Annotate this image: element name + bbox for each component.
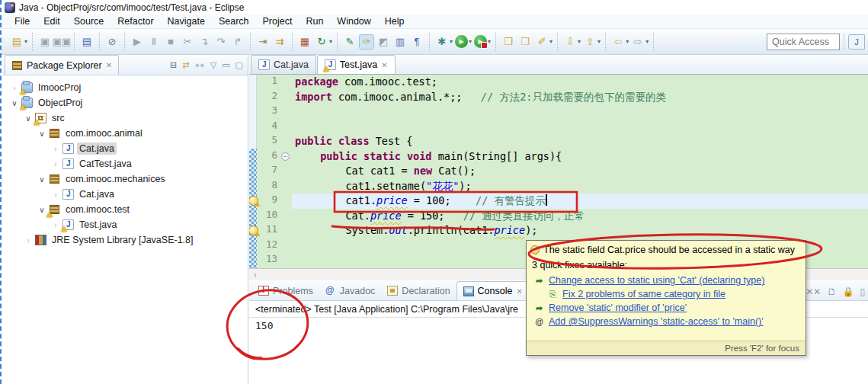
menu-help[interactable]: Help xyxy=(378,14,412,28)
collapse-all-icon[interactable]: ⊟ xyxy=(170,60,177,70)
code-line-6[interactable]: public static void main(String[] args){ xyxy=(292,149,868,165)
expand-icon[interactable]: › xyxy=(52,190,59,199)
debug-icon[interactable]: ✱ xyxy=(434,34,450,50)
code-line-3[interactable] xyxy=(292,104,868,120)
code-line-8[interactable]: cat1.setname("花花"); xyxy=(292,179,868,194)
team-icon[interactable]: ◩ xyxy=(376,34,391,50)
collapse-icon[interactable]: ∨ xyxy=(38,130,46,138)
terminate-icon[interactable]: ■ xyxy=(163,34,178,50)
code-line-4[interactable] xyxy=(292,120,868,135)
show-whitespace-icon[interactable]: ¶ xyxy=(409,34,424,50)
tree-item-cat.java[interactable]: ›Cat.java xyxy=(3,141,248,156)
tab-console[interactable]: Console✕ xyxy=(456,281,530,300)
menu-run[interactable]: Run xyxy=(299,14,330,28)
close-icon[interactable]: ✕ xyxy=(381,61,387,69)
menu-project[interactable]: Project xyxy=(256,14,299,28)
resume-icon[interactable]: ▶ xyxy=(130,34,145,50)
expand-icon[interactable]: › xyxy=(11,84,18,92)
tree-item-com.imooc.mechanices[interactable]: ∨com.imooc.mechanices xyxy=(3,171,248,187)
clear-console-icon[interactable]: 🗋 xyxy=(827,286,836,297)
quick-fix-link[interactable]: Fix 2 problems of same category in file xyxy=(562,289,725,299)
tree-item-com.imooc.test[interactable]: ∨com.imooc.test xyxy=(3,202,248,217)
step-over-icon[interactable]: ↷ xyxy=(213,34,229,50)
tree-item-imoocproj[interactable]: ›ImoocProj xyxy=(3,80,248,95)
view-menu-icon[interactable]: ▽ xyxy=(210,60,216,70)
code-line-11[interactable]: System.out.println(cat1.price); xyxy=(292,223,868,238)
run-icon[interactable]: ▶ xyxy=(455,35,468,48)
forward-icon[interactable]: ⇨ xyxy=(630,34,645,50)
expand-icon[interactable]: › xyxy=(52,145,59,153)
tree-item-cattest.java[interactable]: ›CatTest.java xyxy=(3,156,248,171)
save-all-icon[interactable]: ▣▣ xyxy=(54,34,69,50)
collapse-icon[interactable]: ∨ xyxy=(24,114,32,123)
expand-icon[interactable]: › xyxy=(52,160,59,168)
menu-edit[interactable]: Edit xyxy=(37,14,67,28)
quick-access-input[interactable] xyxy=(767,34,840,50)
new-java-element-icon[interactable]: ▦ xyxy=(297,34,312,50)
close-icon[interactable]: ✕ xyxy=(106,61,112,69)
refresh-icon[interactable]: ↻ xyxy=(314,34,329,50)
code-line-7[interactable]: Cat cat1 = new Cat(); xyxy=(292,164,868,179)
tree-item-cat.java[interactable]: ›Cat.java xyxy=(3,187,248,202)
search-icon-dropdown[interactable]: ▾ xyxy=(549,38,553,45)
editor-tab-cat-java[interactable]: Cat.java xyxy=(251,55,316,74)
import-icon-dropdown[interactable]: ▾ xyxy=(578,38,581,45)
new-wizard-icon[interactable]: ▤ xyxy=(9,34,24,50)
format-brush-icon[interactable]: ✑ xyxy=(359,34,374,50)
back-icon[interactable]: ⇦ xyxy=(610,34,626,50)
collapse-icon[interactable]: ∨ xyxy=(38,175,46,184)
new-wizard-icon-dropdown[interactable]: ▾ xyxy=(24,38,27,45)
tree-item-com.imooc.animal[interactable]: ∨com.imooc.animal xyxy=(3,126,248,141)
tab-javadoc[interactable]: Javadoc xyxy=(319,281,382,300)
skip-breakpoints-icon[interactable]: ⊘ xyxy=(104,34,120,50)
forward-icon-dropdown[interactable]: ▾ xyxy=(645,38,649,45)
code-line-1[interactable]: package com.imooc.test; xyxy=(292,75,868,90)
tab-problems[interactable]: Problems xyxy=(252,281,319,300)
remove-all-terminated-icon[interactable]: ✕✕ xyxy=(806,286,821,297)
expand-icon[interactable]: › xyxy=(24,236,32,245)
fold-collapse-icon[interactable]: − xyxy=(281,152,290,161)
code-lines[interactable]: package com.imooc.test;import com.imooc.… xyxy=(292,75,868,268)
editor-tab-test-java[interactable]: Test.java✕ xyxy=(317,55,396,74)
coverage-icon-dropdown[interactable]: ▾ xyxy=(488,38,491,45)
open-resource-icon[interactable]: ❒ xyxy=(517,34,533,50)
scroll-left-icon[interactable]: ‹ xyxy=(249,270,261,279)
code-editor[interactable]: 12345678910111213 package com.imooc.test… xyxy=(249,75,868,268)
suspend-icon[interactable]: Ⅱ xyxy=(146,34,162,50)
code-line-5[interactable]: public class Test { xyxy=(292,134,868,149)
export-icon-dropdown[interactable]: ▾ xyxy=(597,38,601,45)
expand-icon[interactable]: › xyxy=(52,221,59,229)
coverage-icon[interactable]: ▶ xyxy=(474,35,487,48)
collapse-icon[interactable]: ∨ xyxy=(38,206,46,214)
open-type-icon[interactable]: ❒ xyxy=(501,34,516,50)
tree-item-objectproj[interactable]: ∨ObjectProj xyxy=(3,95,248,110)
quick-fix-link[interactable]: Remove 'static' modifier of 'price' xyxy=(549,302,687,313)
pin-console-icon[interactable]: ▯ xyxy=(860,286,865,297)
java-perspective-icon[interactable]: J xyxy=(848,34,865,50)
open-console-icon[interactable]: ▤ xyxy=(79,34,94,50)
import-icon[interactable]: ⇩ xyxy=(562,34,578,50)
last-edit-icon[interactable]: ⇉ xyxy=(272,34,287,50)
tab-package-explorer[interactable]: Package Explorer ✕ xyxy=(5,55,119,75)
debug-icon-dropdown[interactable]: ▾ xyxy=(450,38,453,45)
code-line-10[interactable]: Cat.price = 150; // 通过类直接访问，正常 xyxy=(292,209,868,224)
new-pin-icon[interactable]: ✎ xyxy=(342,34,357,50)
next-annotation-icon[interactable]: ⇥ xyxy=(255,34,271,50)
tab-declaration[interactable]: Declaration xyxy=(381,281,456,300)
code-line-9[interactable]: cat1.price = 100; // 有警告提示 xyxy=(292,194,868,209)
menu-navigate[interactable]: Navigate xyxy=(161,14,212,28)
show-view-icon[interactable]: ▥ xyxy=(392,34,408,50)
menu-file[interactable]: File xyxy=(8,14,37,28)
quick-fix-link[interactable]: Change access to static using 'Cat' (dec… xyxy=(549,275,764,286)
export-icon[interactable]: ⇧ xyxy=(582,34,597,50)
back-icon-dropdown[interactable]: ▾ xyxy=(626,38,629,45)
menu-window[interactable]: Window xyxy=(330,14,377,28)
close-icon[interactable]: ✕ xyxy=(516,287,522,296)
search-icon[interactable]: ✐ xyxy=(534,34,549,50)
save-icon[interactable]: ▣ xyxy=(37,34,53,50)
menu-source[interactable]: Source xyxy=(67,14,111,28)
run-icon-dropdown[interactable]: ▾ xyxy=(469,38,472,45)
disconnect-icon[interactable]: ✂ xyxy=(180,34,195,50)
minimize-icon[interactable]: ▭ xyxy=(222,60,229,70)
link-with-editor-icon[interactable]: ⇄ xyxy=(182,60,189,70)
